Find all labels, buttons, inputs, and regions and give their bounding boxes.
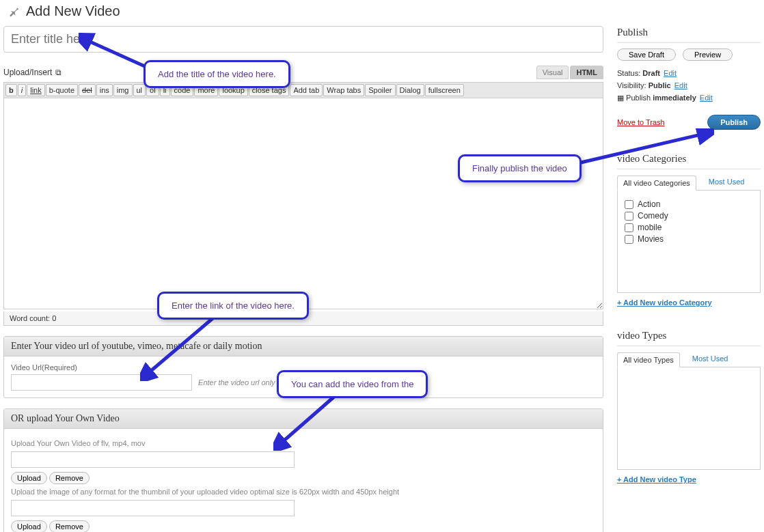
types-list	[617, 367, 761, 470]
content-editor[interactable]	[3, 98, 603, 309]
arrow-icon	[140, 313, 222, 381]
thumb-file-input[interactable]	[11, 500, 295, 516]
status-label: Status:	[617, 69, 640, 77]
edit-publish-link[interactable]: Edit	[700, 94, 713, 102]
ed-btn-fullscreen[interactable]: fullscreen	[425, 84, 464, 96]
ed-btn-del[interactable]: del	[79, 84, 96, 96]
category-checkbox-comedy[interactable]	[625, 212, 633, 221]
visibility-value: Public	[649, 81, 671, 89]
video-url-box-title: Enter Your video url of youtube, vimeo, …	[4, 337, 603, 356]
annotation-upload: You can add the video from the	[277, 370, 428, 398]
pin-icon	[7, 5, 21, 18]
edit-status-link[interactable]: Edit	[664, 69, 677, 77]
add-type-link[interactable]: + Add New video Type	[617, 475, 761, 484]
ed-btn-ul[interactable]: ul	[133, 84, 146, 96]
category-checkbox-movies[interactable]	[625, 235, 633, 244]
publish-box-title: Publish	[617, 23, 761, 43]
ed-btn-wraptabs[interactable]: Wrap tabs	[323, 84, 364, 96]
upload-video-button[interactable]: Upload	[11, 472, 47, 484]
category-label: Comedy	[638, 211, 668, 221]
tab-html[interactable]: HTML	[570, 66, 603, 79]
upload-insert-label: Upload/Insert	[3, 68, 52, 77]
tab-visual[interactable]: Visual	[536, 66, 569, 79]
publish-label: Publish	[626, 94, 651, 102]
annotation-title: Add the title of the video here.	[144, 60, 290, 88]
upload-thumb-button[interactable]: Upload	[11, 520, 47, 532]
category-checkbox-action[interactable]	[625, 200, 633, 209]
arrow-icon	[577, 128, 714, 169]
editor-toolbar: b i link b-quote del ins img ul ol li co…	[3, 82, 603, 98]
ed-btn-dialog[interactable]: Dialog	[396, 84, 424, 96]
category-label: mobile	[638, 223, 661, 232]
annotation-publish: Finally publish the video	[458, 154, 582, 182]
ed-btn-i[interactable]: i	[18, 84, 26, 96]
annotation-link: Enter the link of the video here.	[157, 292, 309, 320]
types-box-title: video Types	[617, 326, 761, 346]
ed-btn-spoiler[interactable]: Spoiler	[365, 84, 395, 96]
arrow-icon	[273, 393, 342, 451]
visibility-label: Visibility:	[617, 81, 646, 89]
publish-button[interactable]: Publish	[707, 115, 761, 130]
preview-button[interactable]: Preview	[683, 48, 733, 61]
ed-btn-link[interactable]: link	[27, 84, 45, 96]
category-label: Action	[638, 199, 660, 209]
move-to-trash-link[interactable]: Move to Trash	[617, 118, 665, 126]
edit-visibility-link[interactable]: Edit	[674, 81, 687, 89]
tab-most-used-types[interactable]: Most Used	[687, 352, 734, 367]
video-file-input[interactable]	[11, 451, 295, 468]
svg-line-3	[581, 134, 704, 163]
publish-value: immediately	[653, 94, 696, 102]
tab-most-used-categories[interactable]: Most Used	[703, 175, 750, 190]
ed-btn-bquote[interactable]: b-quote	[46, 84, 78, 96]
status-value: Draft	[642, 69, 660, 77]
page-title: Add New Video	[26, 3, 120, 19]
ed-btn-img[interactable]: img	[113, 84, 133, 96]
category-list: Action Comedy mobile Movies	[617, 191, 761, 293]
add-category-link[interactable]: + Add New video Category	[617, 298, 761, 307]
ed-btn-addtab[interactable]: Add tab	[290, 84, 323, 96]
remove-thumb-button[interactable]: Remove	[49, 520, 90, 532]
category-label: Movies	[638, 234, 664, 244]
category-checkbox-mobile[interactable]	[625, 223, 633, 232]
svg-line-2	[280, 396, 335, 444]
tab-all-categories[interactable]: All video Categories	[617, 176, 696, 191]
thumb-label: Upload the image of any format for the t…	[11, 488, 596, 496]
ed-btn-ins[interactable]: ins	[96, 84, 113, 96]
media-icon[interactable]: ⧉	[55, 68, 62, 77]
save-draft-button[interactable]: Save Draft	[617, 48, 676, 61]
remove-video-button[interactable]: Remove	[49, 472, 90, 484]
tab-all-types[interactable]: All video Types	[617, 352, 680, 367]
calendar-icon: ▦	[617, 94, 624, 102]
svg-line-1	[147, 316, 215, 374]
ed-btn-b[interactable]: b	[5, 84, 17, 96]
